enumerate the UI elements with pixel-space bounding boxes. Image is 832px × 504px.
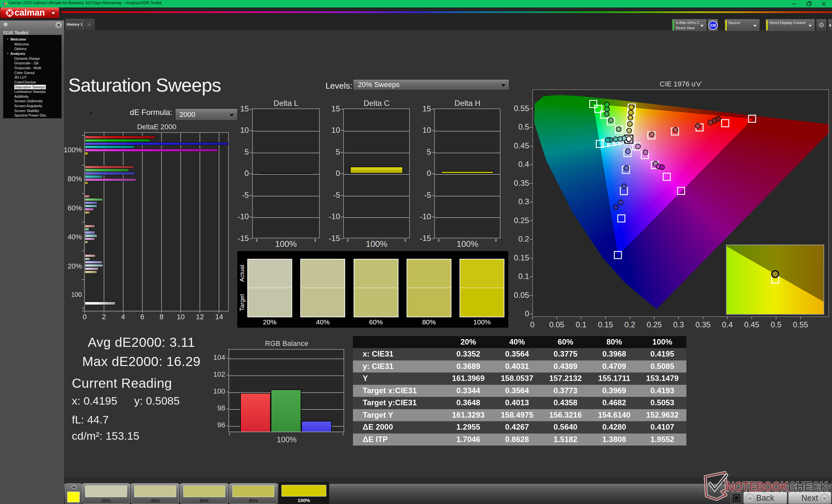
svg-text:CHECK: CHECK [788,479,828,494]
svg-text:NOTEBOOK: NOTEBOOK [727,479,788,494]
